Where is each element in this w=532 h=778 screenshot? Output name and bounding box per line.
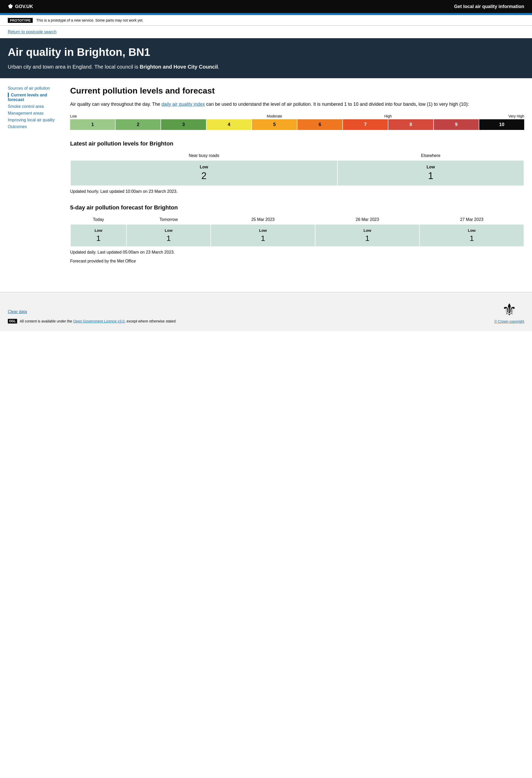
aqi-box-10: 10 xyxy=(479,119,524,130)
main-heading: Current pollution levels and forecast xyxy=(70,86,524,96)
header-title: Get local air quality information xyxy=(454,4,524,9)
sidebar-link-outcomes[interactable]: Outcomes xyxy=(8,125,27,129)
levels-col1-band: Low xyxy=(200,165,208,169)
forecast-col2-cell: Low1 xyxy=(211,224,315,247)
sidebar-item-improving[interactable]: Improving local air quality xyxy=(8,118,60,123)
levels-col2-value: 1 xyxy=(343,170,519,181)
forecast-col2-value: 1 xyxy=(213,234,312,243)
sidebar-item-smoke[interactable]: Smoke control area xyxy=(8,104,60,109)
sidebar-item-current[interactable]: Current levels and forecast xyxy=(8,93,60,102)
prototype-banner: PROTOTYPE This is a prototype of a new s… xyxy=(0,15,532,26)
aqi-index-link[interactable]: daily air quality index xyxy=(162,102,205,107)
forecast-col1-value: 1 xyxy=(129,234,208,243)
footer-left: Clear data OGL All content is available … xyxy=(8,309,176,323)
aqi-label-moderate: Moderate xyxy=(206,114,342,118)
forecast-col4-value: 1 xyxy=(422,234,521,243)
clear-data-link[interactable]: Clear data xyxy=(8,309,27,314)
aqi-box-4: 4 xyxy=(206,119,252,130)
sidebar-link-management[interactable]: Management areas xyxy=(8,111,43,115)
sidebar-link-current[interactable]: Current levels and forecast xyxy=(8,93,47,102)
sidebar: Sources of air pollution Current levels … xyxy=(8,86,60,274)
forecast-section: 5-day air pollution forecast for Brighto… xyxy=(70,204,524,263)
prototype-badge: PROTOTYPE xyxy=(8,18,33,23)
sidebar-link-smoke[interactable]: Smoke control area xyxy=(8,104,44,108)
aqi-box-9: 9 xyxy=(434,119,479,130)
forecast-col1-header: Tomorrow xyxy=(126,215,211,224)
latest-levels-section: Latest air pollution levels for Brighton… xyxy=(70,140,524,194)
forecast-table: TodayTomorrow25 Mar 202326 Mar 202327 Ma… xyxy=(70,215,524,247)
aqi-label-high: High xyxy=(343,114,434,118)
ogl-container: OGL All content is available under the O… xyxy=(8,319,176,323)
forecast-col0-cell: Low1 xyxy=(70,224,126,247)
council-name: Brighton and Hove City Council xyxy=(140,64,218,70)
levels-col2-cell: Low 1 xyxy=(338,160,524,186)
ogl-text-before: All content is available under the xyxy=(20,319,73,323)
gov-header: ♚ GOV.UK Get local air quality informati… xyxy=(0,0,532,15)
main-layout: Sources of air pollution Current levels … xyxy=(0,78,532,282)
description-end: . xyxy=(218,64,219,70)
aqi-label-very-high: Very High xyxy=(433,114,524,118)
levels-col2-band: Low xyxy=(427,165,435,169)
aqi-label-low: Low xyxy=(70,114,206,118)
back-link-container: Return to postcode search xyxy=(0,26,532,38)
levels-table: Near busy roads Elsewhere Low 2 Low 1 xyxy=(70,151,524,186)
aqi-box-2: 2 xyxy=(115,119,161,130)
footer-right: ⚜ © Crown copyright xyxy=(494,300,524,323)
levels-col1-header: Near busy roads xyxy=(70,151,338,160)
description-part1: Urban city and town area in England. The… xyxy=(8,64,140,70)
forecast-update-text: Updated daily. Last updated 05:00am on 2… xyxy=(70,250,524,255)
sidebar-item-outcomes[interactable]: Outcomes xyxy=(8,125,60,129)
aqi-box-5: 5 xyxy=(252,119,297,130)
aqi-box-3: 3 xyxy=(161,119,206,130)
intro-text-after: can be used to understand the level of a… xyxy=(205,102,469,107)
prototype-message: This is a prototype of a new service. So… xyxy=(36,18,144,22)
aqi-box-1: 1 xyxy=(70,119,115,130)
forecast-col1-band: Low xyxy=(165,228,173,233)
sidebar-item-management[interactable]: Management areas xyxy=(8,111,60,115)
content-area: Current pollution levels and forecast Ai… xyxy=(70,86,524,274)
footer: Clear data OGL All content is available … xyxy=(0,292,532,331)
aqi-boxes: 1 2 3 4 5 6 7 8 9 10 xyxy=(70,119,524,130)
coat-of-arms-icon: ⚜ xyxy=(502,300,517,319)
page-title: Air quality in Brighton, BN1 xyxy=(8,46,524,59)
blue-bar xyxy=(0,13,532,15)
forecast-col4-band: Low xyxy=(468,228,476,233)
gov-logo: ♚ GOV.UK xyxy=(8,3,33,10)
aqi-box-8: 8 xyxy=(388,119,433,130)
intro-text-before: Air quality can vary throughout the day.… xyxy=(70,102,162,107)
forecast-col0-header: Today xyxy=(70,215,126,224)
sidebar-link-sources[interactable]: Sources of air pollution xyxy=(8,86,50,90)
latest-heading: Latest air pollution levels for Brighton xyxy=(70,140,524,147)
back-link[interactable]: Return to postcode search xyxy=(8,29,57,34)
footer-flex: Clear data OGL All content is available … xyxy=(8,300,524,323)
crown-icon: ♚ xyxy=(8,3,13,10)
ogl-text-after: , except where otherwise stated xyxy=(124,319,176,323)
ogl-link[interactable]: Open Government Licence v3.0 xyxy=(73,319,124,323)
crown-copyright-link[interactable]: © Crown copyright xyxy=(494,319,524,323)
ogl-text: All content is available under the Open … xyxy=(20,319,176,323)
forecast-col4-cell: Low1 xyxy=(420,224,524,247)
sidebar-nav: Sources of air pollution Current levels … xyxy=(8,86,60,129)
forecast-col0-band: Low xyxy=(95,228,102,233)
intro-text: Air quality can vary throughout the day.… xyxy=(70,101,524,108)
forecast-provider-text: Forecast provided by the Met Office xyxy=(70,259,524,263)
aqi-box-7: 7 xyxy=(343,119,388,130)
aqi-scale: Low Moderate High Very High 1 2 3 4 5 6 … xyxy=(70,114,524,130)
levels-col2-header: Elsewhere xyxy=(338,151,524,160)
page-header: Air quality in Brighton, BN1 Urban city … xyxy=(0,38,532,78)
forecast-heading: 5-day air pollution forecast for Brighto… xyxy=(70,204,524,211)
forecast-col4-header: 27 Mar 2023 xyxy=(420,215,524,224)
gov-logo-text: GOV.UK xyxy=(15,4,33,9)
latest-update-text: Updated hourly. Last updated 10:00am on … xyxy=(70,189,524,194)
levels-col1-value: 2 xyxy=(76,170,332,181)
forecast-col0-value: 1 xyxy=(73,234,124,243)
sidebar-link-improving[interactable]: Improving local air quality xyxy=(8,118,55,122)
forecast-col3-value: 1 xyxy=(318,234,417,243)
forecast-col1-cell: Low1 xyxy=(126,224,211,247)
levels-col1-cell: Low 2 xyxy=(70,160,338,186)
forecast-col2-header: 25 Mar 2023 xyxy=(211,215,315,224)
ogl-badge: OGL xyxy=(8,319,17,323)
forecast-col3-header: 26 Mar 2023 xyxy=(315,215,420,224)
sidebar-item-sources[interactable]: Sources of air pollution xyxy=(8,86,60,91)
page-description: Urban city and town area in England. The… xyxy=(8,63,524,70)
